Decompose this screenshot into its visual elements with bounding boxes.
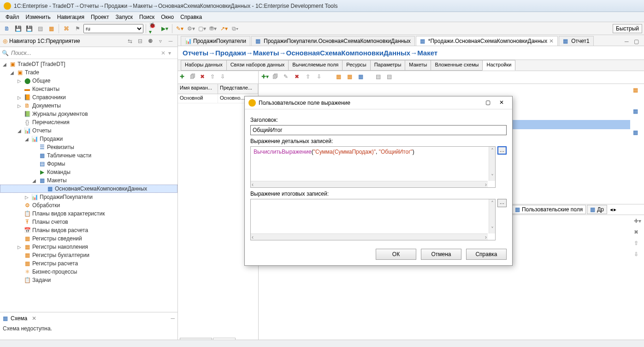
tool-1-icon[interactable]: ▦ xyxy=(336,73,344,82)
collapse-icon[interactable]: ⊟ xyxy=(136,37,144,45)
down-field-icon[interactable]: ⇩ xyxy=(634,251,642,259)
tree-common[interactable]: ▷⬤Общие xyxy=(0,77,177,85)
tree-report-sales[interactable]: ◢📊Продажи xyxy=(0,135,177,143)
cfg-tab-settings[interactable]: Настройки xyxy=(482,60,515,71)
editor-tab-4[interactable]: ▦Отчет1 xyxy=(559,36,594,46)
delete-icon[interactable]: ✖ xyxy=(295,73,303,82)
configuration-tree[interactable]: ◢▣TradeDT [TradeDT] ◢▣Trade ▷⬤Общие ▬Кон… xyxy=(0,59,177,312)
menu-project[interactable]: Проект xyxy=(88,13,112,21)
cfg-tab-calc[interactable]: Вычисляемые поля xyxy=(288,60,343,71)
total-expr-input[interactable]: ˄˅ ‹› xyxy=(250,199,496,240)
dialog-close-icon[interactable]: ✕ xyxy=(495,98,508,108)
cfg-tab-nested[interactable]: Вложенные схемы xyxy=(431,60,483,71)
tree-calc-registers[interactable]: ▦Регистры расчета xyxy=(0,259,177,268)
tree-acct-registers[interactable]: ▦Регистры бухгалтерии xyxy=(0,251,177,259)
scroll-left-icon[interactable]: ◂ xyxy=(610,206,613,213)
tree-enums[interactable]: {}Перечисления xyxy=(0,118,177,126)
ok-button[interactable]: ОК xyxy=(376,249,416,260)
tree-doc-journals[interactable]: 📗Журналы документов xyxy=(0,110,177,118)
bottom-tab-userfields[interactable]: ▦Пользовательские поля xyxy=(512,205,586,214)
add-icon[interactable]: ✚▾ xyxy=(261,73,270,82)
link-icon[interactable]: ⇆ xyxy=(126,37,134,45)
tree-calc-plans[interactable]: 📅Планы видов расчета xyxy=(0,226,177,234)
menu-file[interactable]: Файл xyxy=(3,13,22,21)
toggle-icon[interactable]: ▦ xyxy=(46,24,56,34)
scroll-right-icon[interactable]: ▸ xyxy=(614,206,616,213)
tree-root[interactable]: ◢▣TradeDT [TradeDT] xyxy=(0,60,177,68)
xml-icon[interactable]: ⧉▾ xyxy=(230,24,240,34)
delete-icon[interactable]: ✖ xyxy=(200,73,208,82)
new-icon[interactable]: 🗎 xyxy=(2,24,12,34)
search-input[interactable] xyxy=(9,49,161,57)
lang-select[interactable]: ru xyxy=(83,24,143,33)
detail-expr-builder-button[interactable]: … xyxy=(497,146,507,155)
filter-icon[interactable]: ⚈ xyxy=(146,37,154,45)
wand-icon[interactable]: ✎▾ xyxy=(175,24,185,34)
tree-bizprocs[interactable]: ⚛Бизнес-процессы xyxy=(0,268,177,276)
tree-reports[interactable]: ◢📊Отчеты xyxy=(0,126,177,135)
script-icon[interactable]: ⌘ xyxy=(61,24,71,34)
tree-main-schema[interactable]: ▦ОсновнаяСхемаКомпоновкиДанных xyxy=(0,185,177,193)
run-icon[interactable]: ▶▾ xyxy=(160,24,170,34)
box-icon[interactable]: ▢▾ xyxy=(197,24,207,34)
tree-constants[interactable]: ▬Константы xyxy=(0,85,177,93)
col-presentation[interactable]: Представле... xyxy=(218,84,258,94)
cancel-button[interactable]: Отмена xyxy=(421,249,461,260)
up-icon[interactable]: ⇧ xyxy=(210,73,219,82)
add-icon[interactable]: ✚ xyxy=(180,73,188,82)
header-input[interactable] xyxy=(250,125,507,135)
down-icon[interactable]: ⇩ xyxy=(317,73,325,82)
tool-5-icon[interactable]: ▤ xyxy=(387,73,395,82)
save-all-icon[interactable]: 💾 xyxy=(24,24,34,34)
menu-window[interactable]: Окно xyxy=(158,13,177,21)
sidebar-icon-1[interactable]: ▦ xyxy=(633,87,641,95)
menu-search[interactable]: Поиск xyxy=(136,13,157,21)
editor-tab-2[interactable]: ▦ПродажиПокупатели.ОсновнаяСхемаКомпонов… xyxy=(251,36,415,46)
col-variant-name[interactable]: Имя вариан... xyxy=(178,84,218,94)
tree-account-plans[interactable]: ŦПланы счетов xyxy=(0,218,177,226)
bug-icon[interactable]: 🐞▾ xyxy=(148,24,159,34)
save-icon[interactable]: 💾 xyxy=(13,24,23,34)
cfg-tab-templates[interactable]: Макеты xyxy=(405,60,431,71)
tool-2-icon[interactable]: ▦ xyxy=(347,73,355,82)
total-expr-builder-button[interactable]: … xyxy=(497,199,507,207)
delete-field-icon[interactable]: ✖ xyxy=(634,229,642,237)
schema-close-icon[interactable]: ✕ xyxy=(32,315,36,322)
add-field-icon[interactable]: ✚▾ xyxy=(634,218,642,226)
tree-attributes[interactable]: ☰Реквизиты xyxy=(0,143,177,151)
down-icon[interactable]: ⇩ xyxy=(220,73,229,82)
bottom-tab-dr[interactable]: ▦Др xyxy=(587,205,607,214)
tree-accum-registers[interactable]: ▷▦Регистры накопления xyxy=(0,243,177,251)
console-icon[interactable]: ▤ xyxy=(35,24,45,34)
editor-tab-1[interactable]: 📊ПродажиПокупатели xyxy=(181,36,250,46)
cfg-tab-datasets[interactable]: Наборы данных xyxy=(181,60,227,71)
quick-access-button[interactable]: Быстрый xyxy=(613,24,642,33)
minimize-icon[interactable]: ─ xyxy=(166,37,175,45)
tree-catalogs[interactable]: ▷📙Справочники xyxy=(0,93,177,102)
tool-4-icon[interactable]: ▤ xyxy=(376,73,384,82)
tree-templates[interactable]: ◢▦Макеты xyxy=(0,176,177,185)
sidebar-icon-3[interactable]: ▦ xyxy=(633,129,641,138)
sidebar-icon-2[interactable]: ▦ xyxy=(633,108,641,116)
db-icon[interactable]: ⛃▾ xyxy=(208,24,218,34)
tree-trade[interactable]: ◢▣Trade xyxy=(0,68,177,77)
tab-close-icon[interactable]: ✕ xyxy=(549,38,554,44)
up-field-icon[interactable]: ⇧ xyxy=(634,240,642,248)
tree-documents[interactable]: ▷🗎Документы xyxy=(0,102,177,110)
menu-navigation[interactable]: Навигация xyxy=(54,13,87,21)
detail-expr-input[interactable]: ВычислитьВыражение("Сумма(СуммаПродаж)",… xyxy=(250,146,496,188)
tree-sales-buyers[interactable]: ▷📊ПродажиПокупатели xyxy=(0,193,177,201)
dialog-maximize-icon[interactable]: ▢ xyxy=(481,98,495,108)
cfg-tab-resources[interactable]: Ресурсы xyxy=(342,60,370,71)
cfg-tab-links[interactable]: Связи наборов данных xyxy=(226,60,289,71)
editor-tab-3[interactable]: ▦*Продажи.ОсновнаяСхемаКомпоновкиДанных✕ xyxy=(416,36,558,46)
tree-tabular[interactable]: ▦Табличные части xyxy=(0,151,177,160)
tree-char-plans[interactable]: 📋Планы видов характеристик xyxy=(0,209,177,218)
menu-edit[interactable]: Изменить xyxy=(23,13,53,21)
schema-minimize-icon[interactable]: ─ xyxy=(171,315,175,322)
dropdown-icon[interactable]: ▾ xyxy=(168,50,176,56)
copy-icon[interactable]: 🗐 xyxy=(190,73,198,82)
up-icon[interactable]: ⇧ xyxy=(306,73,314,82)
help-button[interactable]: Справка xyxy=(466,249,507,260)
clear-icon[interactable]: ✕ xyxy=(161,50,168,56)
